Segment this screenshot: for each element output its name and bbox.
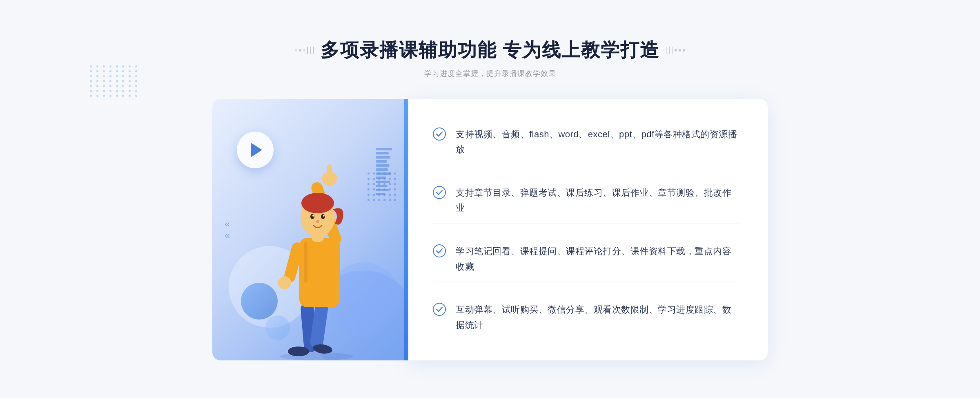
title-row: 多项录播课辅助功能 专为线上教学打造 xyxy=(295,38,686,63)
feature-text-4: 互动弹幕、试听购买、微信分享、观看次数限制、学习进度跟踪、数据统计 xyxy=(456,302,739,333)
bottom-circle-large xyxy=(241,283,278,320)
feature-item-4: 互动弹幕、试听购买、微信分享、观看次数限制、学习进度跟踪、数据统计 xyxy=(433,295,739,340)
chevron-icon: « xyxy=(225,219,230,229)
svg-point-18 xyxy=(323,215,325,217)
title-decorator-right xyxy=(666,47,685,54)
subtitle: 学习进度全掌握，提升录播课教学效果 xyxy=(295,69,686,78)
feature-text-2: 支持章节目录、弹题考试、课后练习、课后作业、章节测验、批改作业 xyxy=(456,185,739,216)
svg-point-17 xyxy=(312,215,314,217)
main-title: 多项录播课辅助功能 专为线上教学打造 xyxy=(321,38,660,63)
check-icon-3 xyxy=(433,244,446,257)
svg-point-19 xyxy=(316,220,319,223)
content-area: « « xyxy=(212,99,768,360)
illus-arrows: « « xyxy=(225,219,230,240)
svg-point-14 xyxy=(303,193,332,208)
illus-stripes xyxy=(376,148,392,197)
svg-point-3 xyxy=(288,347,309,356)
svg-rect-8 xyxy=(327,164,332,181)
chevron-icon-2: « xyxy=(225,230,230,240)
title-decorator-left xyxy=(295,47,314,54)
features-panel: 支持视频、音频、flash、word、excel、ppt、pdf等各种格式的资源… xyxy=(408,99,768,360)
check-icon-4 xyxy=(433,303,446,316)
illustration-panel: « « xyxy=(212,99,408,360)
svg-point-16 xyxy=(321,214,325,219)
feature-item-1: 支持视频、音频、flash、word、excel、ppt、pdf等各种格式的资源… xyxy=(433,119,739,165)
svg-point-24 xyxy=(433,303,445,315)
svg-point-23 xyxy=(433,245,445,257)
illus-vbar xyxy=(404,99,408,360)
feature-item-2: 支持章节目录、弹题考试、课后练习、课后作业、章节测验、批改作业 xyxy=(433,178,739,224)
svg-point-21 xyxy=(433,128,445,140)
svg-point-15 xyxy=(310,214,314,219)
check-icon-1 xyxy=(433,127,446,141)
dots-decoration-right xyxy=(833,25,866,57)
svg-point-10 xyxy=(278,276,291,289)
feature-text-3: 学习笔记回看、课程提问、课程评论打分、课件资料下载，重点内容收藏 xyxy=(456,244,739,274)
svg-rect-20 xyxy=(304,242,307,283)
page-container: 多项录播课辅助功能 专为线上教学打造 学习进度全掌握，提升录播课教学效果 xyxy=(0,0,980,398)
feature-text-1: 支持视频、音频、flash、word、excel、ppt、pdf等各种格式的资源… xyxy=(456,127,739,157)
feature-item-3: 学习笔记回看、课程提问、课程评论打分、课件资料下载，重点内容收藏 xyxy=(433,236,739,282)
svg-point-22 xyxy=(433,186,445,199)
header-section: 多项录播课辅助功能 专为线上教学打造 学习进度全掌握，提升录播课教学效果 xyxy=(295,38,686,78)
dots-decoration-left xyxy=(90,65,139,114)
bottom-circle-small xyxy=(265,315,290,340)
check-icon-2 xyxy=(433,186,446,199)
